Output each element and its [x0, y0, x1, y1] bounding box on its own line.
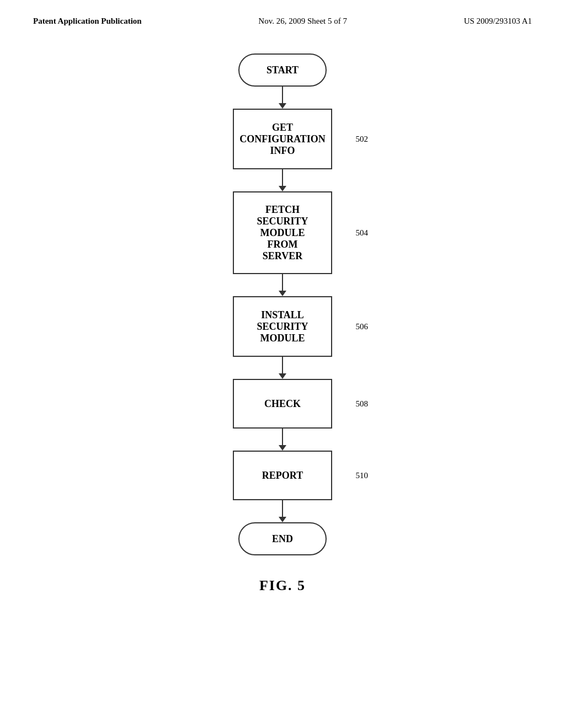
- arrow-5: [279, 429, 286, 451]
- end-node: END: [238, 522, 327, 555]
- figure-caption: FIG. 5: [0, 577, 565, 594]
- node-504: FETCH SECURITY MODULE FROM SERVER: [233, 191, 332, 274]
- page-header: Patent Application Publication Nov. 26, …: [0, 0, 565, 26]
- arrow-6: [279, 500, 286, 522]
- node-508-label: CHECK: [264, 398, 301, 410]
- arrow-3: [279, 274, 286, 296]
- node-506: INSTALL SECURITY MODULE: [233, 296, 332, 357]
- header-left: Patent Application Publication: [33, 17, 142, 26]
- node-510: REPORT: [233, 451, 332, 500]
- arrow-2: [279, 169, 286, 191]
- node-506-label: INSTALL SECURITY MODULE: [257, 309, 308, 344]
- end-step: END: [238, 522, 327, 555]
- arrow-1: [279, 87, 286, 109]
- flowchart: START GET CONFIGURATION INFO 502 FETCH S…: [0, 53, 565, 555]
- node-504-label: FETCH SECURITY MODULE FROM SERVER: [257, 204, 308, 262]
- step-508: CHECK 508: [233, 379, 332, 429]
- start-step: START: [238, 53, 327, 87]
- arrow-4: [279, 357, 286, 379]
- node-510-label: REPORT: [262, 470, 303, 481]
- step-510: REPORT 510: [233, 451, 332, 500]
- step-506: INSTALL SECURITY MODULE 506: [233, 296, 332, 357]
- start-node: START: [238, 53, 327, 87]
- step-504: FETCH SECURITY MODULE FROM SERVER 504: [233, 191, 332, 274]
- node-502: GET CONFIGURATION INFO: [233, 109, 332, 169]
- end-label: END: [272, 533, 293, 545]
- start-label: START: [266, 65, 299, 76]
- header-right: US 2009/293103 A1: [464, 17, 532, 26]
- label-506: 506: [356, 322, 369, 331]
- label-504: 504: [356, 228, 369, 238]
- header-center: Nov. 26, 2009 Sheet 5 of 7: [258, 17, 347, 26]
- node-502-label: GET CONFIGURATION INFO: [239, 122, 326, 157]
- label-508: 508: [356, 399, 369, 409]
- node-508: CHECK: [233, 379, 332, 429]
- step-502: GET CONFIGURATION INFO 502: [233, 109, 332, 169]
- label-502: 502: [356, 135, 369, 144]
- label-510: 510: [356, 471, 369, 480]
